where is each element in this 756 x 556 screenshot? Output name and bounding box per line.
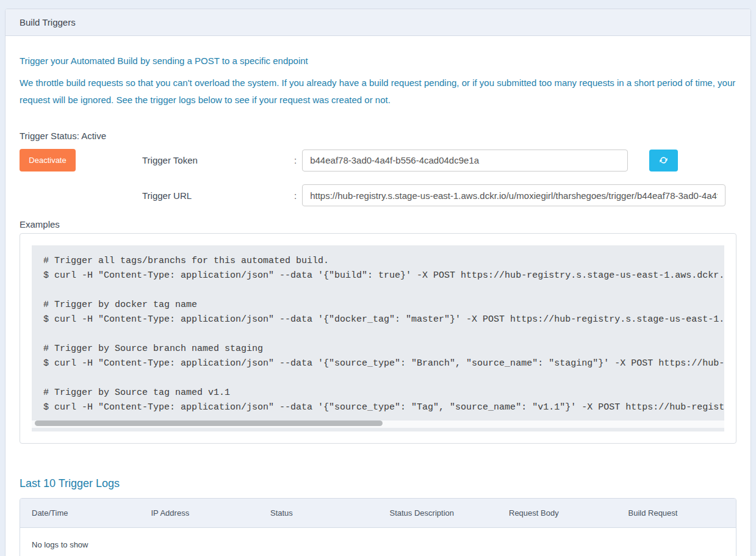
trigger-logs-table: Date/Time IP Address Status Status Descr… [20,498,736,556]
url-colon-separator: : [294,190,297,201]
examples-label: Examples [20,219,736,229]
deactivate-button[interactable]: Deactivate [20,149,76,171]
no-logs-message: No logs to show [20,528,736,556]
trigger-url-row: Trigger URL : [20,184,736,206]
column-header-build-request: Build Request [617,499,736,527]
trigger-token-row: Deactivate Trigger Token : [20,149,736,171]
trigger-token-label: Trigger Token [142,155,294,165]
trigger-url-input[interactable] [302,184,725,206]
column-header-status-description: Status Description [378,499,498,527]
horizontal-scrollbar-thumb[interactable] [35,421,383,426]
trigger-url-label: Trigger URL [142,190,294,201]
column-header-ip-address: IP Address [140,499,259,527]
examples-box: # Trigger all tags/branchs for this auto… [20,233,736,444]
panel-body: Trigger your Automated Build by sending … [5,36,751,556]
column-header-status: Status [259,499,378,527]
examples-code-block: # Trigger all tags/branchs for this auto… [32,245,724,431]
regenerate-token-button[interactable] [649,150,678,171]
column-header-date-time: Date/Time [20,499,140,527]
panel-title: Build Triggers [20,17,76,27]
trigger-logs-title: Last 10 Trigger Logs [20,477,736,490]
trigger-token-input[interactable] [302,150,628,171]
panel-header: Build Triggers [5,9,751,36]
refresh-icon [659,156,668,165]
column-header-request-body: Request Body [497,499,617,527]
trigger-status-label: Trigger Status: Active [20,131,736,141]
build-triggers-panel: Build Triggers Trigger your Automated Bu… [5,9,751,556]
horizontal-scrollbar [32,421,724,428]
token-colon-separator: : [294,155,297,165]
trigger-logs-header-row: Date/Time IP Address Status Status Descr… [20,499,736,528]
examples-code: # Trigger all tags/branchs for this auto… [43,254,724,415]
intro-paragraph: We throttle build requests so that you c… [20,74,736,109]
intro-lead: Trigger your Automated Build by sending … [20,56,736,66]
